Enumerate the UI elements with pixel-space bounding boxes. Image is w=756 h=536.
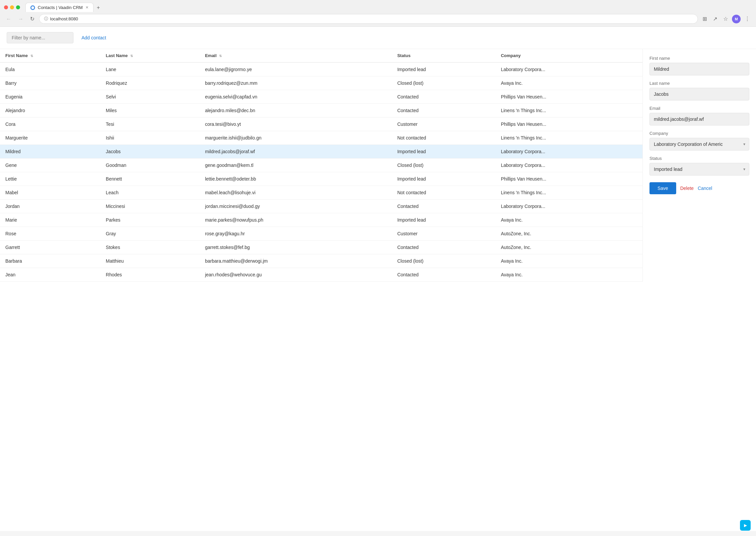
column-header-status: Status [392, 49, 496, 62]
minimize-window-button[interactable] [10, 5, 14, 9]
app-container: Add contact First Name ⇅ Last Name ⇅ Ema… [0, 27, 756, 531]
table-row[interactable]: JordanMiccinesijordan.miccinesi@duod.gyC… [0, 200, 642, 213]
filter-input[interactable] [7, 32, 73, 43]
table-row[interactable]: JeanRhodesjean.rhodes@wehovuce.guContact… [0, 268, 642, 282]
cell-email: marguerite.ishii@judbilo.gn [200, 131, 392, 145]
security-icon: ⓘ [44, 16, 48, 22]
cell-first_name: Marguerite [0, 131, 101, 145]
cell-first_name: Alejandro [0, 104, 101, 117]
table-row[interactable]: LettieBennettlettie.bennett@odeter.bbImp… [0, 172, 642, 186]
forward-button[interactable]: → [16, 15, 25, 23]
grid-button[interactable]: ⊞ [701, 14, 709, 23]
cell-last_name: Miles [101, 104, 200, 117]
cell-email: lettie.bennett@odeter.bb [200, 172, 392, 186]
reload-button[interactable]: ↻ [28, 14, 36, 23]
new-tab-button[interactable]: + [94, 3, 103, 12]
company-label: Company [649, 131, 749, 136]
traffic-lights [4, 5, 20, 9]
cell-first_name: Garrett [0, 241, 101, 254]
cell-last_name: Ishii [101, 131, 200, 145]
last-name-label: Last name [649, 81, 749, 86]
profile-avatar[interactable]: M [732, 15, 741, 23]
first-name-input[interactable] [649, 63, 749, 75]
cell-company: Phillips Van Heusen... [496, 117, 642, 131]
tab-close-button[interactable]: ✕ [85, 5, 88, 10]
cell-email: rose.gray@kagu.hr [200, 227, 392, 241]
table-row[interactable]: AlejandroMilesalejandro.miles@dec.bnCont… [0, 104, 642, 117]
active-tab[interactable]: Contacts | Vaadin CRM ✕ [25, 3, 93, 12]
first-name-field-group: First name [649, 56, 749, 75]
company-select[interactable]: Laboratory Corporation of Americ [649, 138, 749, 151]
cell-last_name: Goodman [101, 159, 200, 172]
column-header-company: Company [496, 49, 642, 62]
cell-email: jordan.miccinesi@duod.gy [200, 200, 392, 213]
cell-email: jean.rhodes@wehovuce.gu [200, 268, 392, 282]
add-contact-button[interactable]: Add contact [77, 32, 110, 43]
cell-first_name: Gene [0, 159, 101, 172]
table-row[interactable]: BarryRodriquezbarry.rodriquez@zun.mmClos… [0, 76, 642, 90]
cell-last_name: Lane [101, 62, 200, 76]
first-name-label: First name [649, 56, 749, 61]
table-row[interactable]: CoraTesicora.tesi@bivo.ytCustomerPhillip… [0, 117, 642, 131]
tab-bar: Contacts | Vaadin CRM ✕ + [25, 3, 103, 12]
table-header: First Name ⇅ Last Name ⇅ Email ⇅ Status … [0, 49, 642, 62]
column-header-last-name[interactable]: Last Name ⇅ [101, 49, 200, 62]
cell-status: Contacted [392, 268, 496, 282]
cell-company: Laboratory Corpora... [496, 159, 642, 172]
cell-company: AutoZone, Inc. [496, 227, 642, 241]
cell-status: Imported lead [392, 172, 496, 186]
cell-status: Closed (lost) [392, 254, 496, 268]
maximize-window-button[interactable] [16, 5, 20, 9]
cell-email: gene.goodman@kem.tl [200, 159, 392, 172]
cell-first_name: Eugenia [0, 90, 101, 104]
column-header-email[interactable]: Email ⇅ [200, 49, 392, 62]
address-bar[interactable]: ⓘ localhost:8080 [39, 14, 698, 24]
email-input[interactable] [649, 113, 749, 125]
cell-email: barry.rodriquez@zun.mm [200, 76, 392, 90]
table-row[interactable]: BarbaraMatthieubarbara.matthieu@derwogi.… [0, 254, 642, 268]
close-window-button[interactable] [4, 5, 8, 9]
vaadin-icon: ▶ [740, 520, 751, 531]
table-section: First Name ⇅ Last Name ⇅ Email ⇅ Status … [0, 49, 642, 282]
table-row[interactable]: MargueriteIshiimarguerite.ishii@judbilo.… [0, 131, 642, 145]
cell-last_name: Rodriquez [101, 76, 200, 90]
cell-company: Phillips Van Heusen... [496, 172, 642, 186]
cell-company: Avaya Inc. [496, 254, 642, 268]
tab-title: Contacts | Vaadin CRM [38, 5, 83, 10]
cell-status: Contacted [392, 104, 496, 117]
email-field-group: Email [649, 106, 749, 125]
table-row[interactable]: MarieParkesmarie.parkes@nowufpus.phImpor… [0, 213, 642, 227]
bookmark-button[interactable]: ☆ [721, 14, 730, 23]
main-layout: First Name ⇅ Last Name ⇅ Email ⇅ Status … [0, 49, 756, 282]
table-row[interactable]: MildredJacobsmildred.jacobs@joraf.wfImpo… [0, 145, 642, 159]
browser-actions: ⊞ ↗ ☆ M ⋮ [701, 14, 752, 23]
cell-last_name: Bennett [101, 172, 200, 186]
cell-last_name: Miccinesi [101, 200, 200, 213]
delete-button[interactable]: Delete [680, 186, 694, 191]
table-row[interactable]: RoseGrayrose.gray@kagu.hrCustomerAutoZon… [0, 227, 642, 241]
table-row[interactable]: EulaLaneeula.lane@jigrormo.yeImported le… [0, 62, 642, 76]
cell-email: alejandro.miles@dec.bn [200, 104, 392, 117]
menu-button[interactable]: ⋮ [743, 14, 752, 23]
table-row[interactable]: MabelLeachmabel.leach@lisohuje.viNot con… [0, 186, 642, 200]
cell-last_name: Parkes [101, 213, 200, 227]
cell-company: Avaya Inc. [496, 76, 642, 90]
cell-company: AutoZone, Inc. [496, 241, 642, 254]
cell-last_name: Stokes [101, 241, 200, 254]
cell-status: Imported lead [392, 145, 496, 159]
table-row[interactable]: GeneGoodmangene.goodman@kem.tlClosed (lo… [0, 159, 642, 172]
cell-email: cora.tesi@bivo.yt [200, 117, 392, 131]
external-link-button[interactable]: ↗ [711, 14, 719, 23]
save-button[interactable]: Save [649, 182, 676, 194]
cancel-button[interactable]: Cancel [698, 186, 712, 191]
table-row[interactable]: EugeniaSelvieugenia.selvi@capfad.vnConta… [0, 90, 642, 104]
table-row[interactable]: GarrettStokesgarrett.stokes@fef.bgContac… [0, 241, 642, 254]
sort-icon-last-name: ⇅ [130, 54, 133, 58]
contacts-table: First Name ⇅ Last Name ⇅ Email ⇅ Status … [0, 49, 642, 282]
status-select[interactable]: Imported leadContactedNot contactedCusto… [649, 163, 749, 176]
cell-last_name: Leach [101, 186, 200, 200]
column-header-first-name[interactable]: First Name ⇅ [0, 49, 101, 62]
cell-status: Contacted [392, 241, 496, 254]
back-button[interactable]: ← [4, 15, 13, 23]
last-name-input[interactable] [649, 88, 749, 100]
